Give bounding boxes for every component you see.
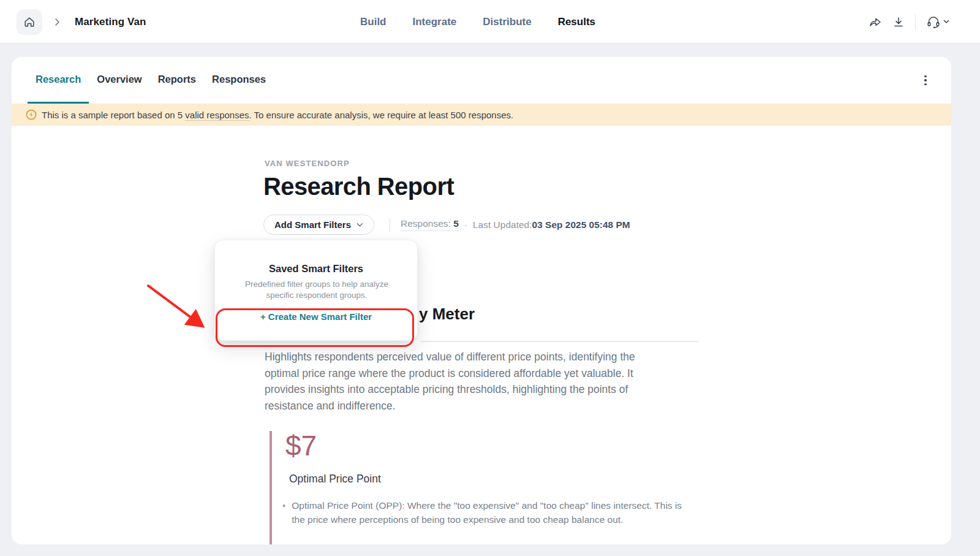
report-card: Research Overview Reports Responses This… [12, 57, 951, 544]
share-button[interactable] [869, 16, 882, 28]
home-button[interactable] [17, 9, 42, 35]
topbar-actions [869, 0, 949, 44]
primary-nav: Build Integrate Distribute Results [360, 0, 595, 44]
headset-icon [926, 15, 941, 29]
chevron-down-icon [943, 20, 949, 24]
nav-item-results[interactable]: Results [558, 16, 595, 28]
bullet-marker: • [282, 498, 285, 527]
nav-item-build[interactable]: Build [360, 16, 386, 28]
stat-accent-bar [270, 431, 272, 544]
create-new-smart-filter-link[interactable]: + Create New Smart Filter [215, 311, 417, 322]
tab-overview[interactable]: Overview [89, 57, 149, 104]
top-navigation-bar: Marketing Van Build Integrate Distribute… [0, 0, 980, 44]
stat-label: Optimal Price Point [289, 473, 381, 486]
breadcrumb-separator [55, 0, 60, 44]
nav-item-distribute[interactable]: Distribute [483, 16, 531, 28]
meta-separator: · [464, 219, 467, 230]
tab-responses[interactable]: Responses [204, 57, 274, 104]
filters-divider [390, 218, 390, 232]
popover-title: Saved Smart Filters [215, 263, 417, 275]
download-button[interactable] [892, 16, 905, 28]
add-smart-filters-button[interactable]: Add Smart Filters [263, 215, 374, 235]
tab-research[interactable]: Research [28, 57, 89, 104]
home-icon [23, 16, 36, 28]
tab-reports[interactable]: Reports [150, 57, 204, 104]
smart-filters-popover: Saved Smart Filters Predefined filter gr… [214, 240, 418, 341]
chevron-right-icon [55, 18, 60, 26]
last-updated-label: Last Updated: [473, 219, 532, 230]
report-eyebrow: VAN WESTENDORP [265, 159, 350, 168]
more-options-button[interactable] [918, 73, 933, 88]
section-title-partial: y Meter [419, 305, 475, 324]
stat-value: $7 [285, 429, 317, 462]
support-menu[interactable] [926, 15, 949, 29]
nav-item-integrate[interactable]: Integrate [413, 16, 457, 28]
responses-count[interactable]: Responses: 5 [401, 218, 459, 231]
sample-report-banner: This is a sample report based on 5 valid… [12, 104, 951, 126]
report-meta: Responses: 5 · Last Updated: 03 Sep 2025… [401, 218, 630, 231]
download-icon [892, 16, 905, 28]
section-divider [420, 341, 699, 342]
lightning-icon [26, 109, 37, 120]
chevron-down-icon [356, 223, 363, 227]
banner-text: This is a sample report based on 5 valid… [42, 110, 513, 120]
topbar-divider [915, 14, 916, 30]
survey-title: Marketing Van [75, 0, 146, 44]
valid-responses-link[interactable]: valid responses [185, 110, 249, 121]
filters-row: Add Smart Filters Responses: 5 · Last Up… [263, 215, 630, 235]
report-title: Research Report [263, 173, 454, 200]
add-smart-filters-label: Add Smart Filters [274, 219, 351, 230]
section-description: Highlights respondents perceived value o… [265, 349, 666, 414]
share-icon [869, 16, 882, 28]
report-tabs: Research Overview Reports Responses [12, 57, 951, 104]
last-updated-value: 03 Sep 2025 05:48 PM [532, 219, 630, 230]
bullet-text: Optimal Price Point (OPP): Where the "to… [292, 498, 694, 527]
popover-description: Predefined filter groups to help analyze… [234, 279, 399, 300]
stat-bullet: • Optimal Price Point (OPP): Where the "… [282, 498, 694, 527]
